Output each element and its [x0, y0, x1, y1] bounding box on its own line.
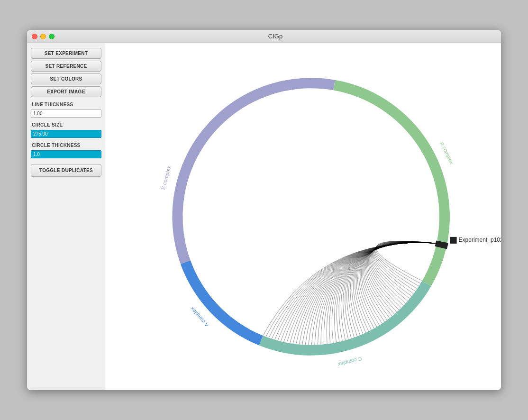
set-reference-button[interactable]: SET REFERENCE — [31, 61, 101, 72]
export-image-button[interactable]: EXPORT IMAGE — [31, 86, 101, 97]
main-canvas-area — [105, 43, 501, 390]
circle-size-input[interactable] — [31, 130, 101, 138]
set-experiment-button[interactable]: SET EXPERIMENT — [31, 48, 101, 59]
circle-size-label: CIRCLE SIZE — [31, 122, 101, 128]
line-thickness-label: LINE THICKNESS — [31, 102, 101, 107]
circle-thickness-input[interactable] — [31, 150, 101, 158]
circle-thickness-label: CIRCLE THICKNESS — [31, 143, 101, 148]
sidebar: SET EXPERIMENT SET REFERENCE SET COLORS … — [27, 43, 105, 390]
minimize-button[interactable] — [40, 34, 46, 39]
close-button[interactable] — [32, 34, 37, 39]
app-window: CIGp SET EXPERIMENT SET REFERENCE SET CO… — [27, 30, 501, 390]
titlebar: CIGp — [27, 30, 501, 43]
visualization-canvas — [105, 43, 501, 390]
content-area: SET EXPERIMENT SET REFERENCE SET COLORS … — [27, 43, 501, 390]
line-thickness-input[interactable] — [31, 110, 101, 118]
window-title: CIGp — [55, 33, 496, 40]
toggle-duplicates-button[interactable]: TOGGLE DUPLICATES — [31, 164, 101, 177]
maximize-button[interactable] — [49, 34, 55, 39]
traffic-lights — [32, 34, 55, 39]
set-colors-button[interactable]: SET COLORS — [31, 73, 101, 84]
